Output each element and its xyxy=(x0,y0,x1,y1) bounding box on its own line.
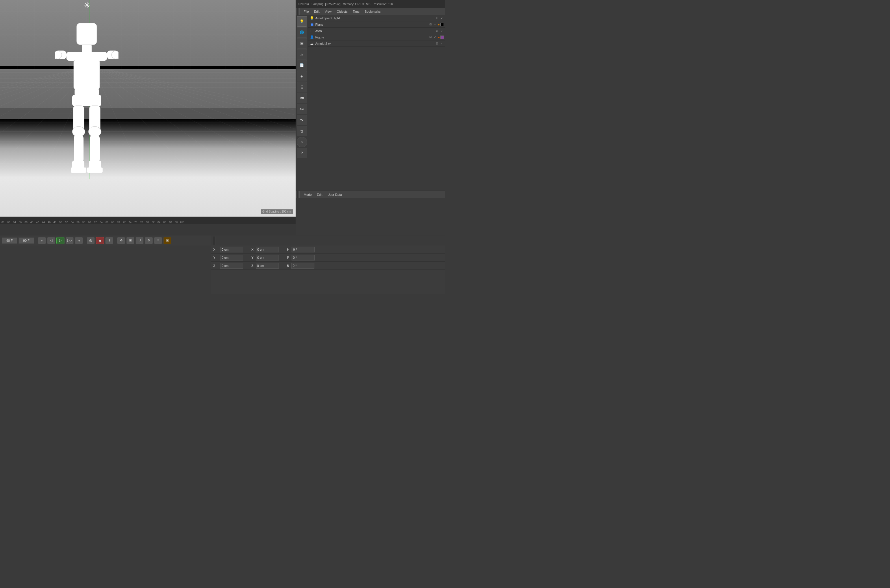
coord-h-label: H xyxy=(287,248,289,251)
tool-shape[interactable]: △ xyxy=(297,49,307,60)
tool-help[interactable]: ? xyxy=(297,148,307,158)
ruler-tick-70: 70 xyxy=(116,220,121,224)
props-userdata[interactable]: User Data xyxy=(325,192,344,197)
coord-x-val[interactable]: 0 cm xyxy=(220,247,243,252)
transport-pivot[interactable]: P xyxy=(145,237,153,244)
ruler-tick-38: 38 xyxy=(23,220,29,224)
scene-item-arnold-sky[interactable]: ☁ Arnold Sky ☑ ✓ xyxy=(308,40,445,47)
viewport: ✳ xyxy=(0,0,296,217)
tool-dots[interactable]: ⣿ xyxy=(297,82,307,92)
coord-row-x: X 0 cm X 0 cm H 0 ° xyxy=(211,246,445,254)
ruler-tick-86: 86 xyxy=(162,220,168,224)
props-mode[interactable]: Mode xyxy=(301,192,314,197)
scene-item-figure[interactable]: 👤 Figure ☑ ✓ ● xyxy=(308,34,445,40)
svg-rect-5 xyxy=(72,95,101,106)
menu-bookmarks[interactable]: Bookmarks xyxy=(362,9,383,14)
tool-light[interactable]: 💡 xyxy=(297,16,307,27)
svg-rect-2 xyxy=(66,52,107,61)
frame-current-input[interactable] xyxy=(2,237,17,244)
tool-ipr[interactable]: IPR xyxy=(297,93,307,104)
ruler-tick-42: 42 xyxy=(35,220,41,224)
menu-edit[interactable]: Edit xyxy=(312,9,322,14)
svg-rect-18 xyxy=(71,168,86,173)
svg-rect-1 xyxy=(82,45,92,53)
coord-drag-handle xyxy=(213,237,216,244)
ruler-tick-78: 78 xyxy=(139,220,144,224)
transport-scale[interactable]: ⊞ xyxy=(126,237,134,244)
svg-rect-4 xyxy=(75,89,99,95)
scene-item-plane[interactable]: ▣ Plane ☑ ✓ ● xyxy=(308,21,445,28)
icon-sidebar: 💡 🌐 ▣ △ 📄 ◈ ⣿ IPR Ass Tx 🗑 ○ ? xyxy=(296,15,308,217)
ruler-tick-72: 72 xyxy=(121,220,127,224)
scene-checks-plane: ☑ ✓ ● xyxy=(428,22,444,27)
svg-point-20 xyxy=(89,126,101,137)
transport-record[interactable]: ⏺ xyxy=(96,237,104,244)
ruler-tick-88: 88 xyxy=(168,220,173,224)
coord-z-val[interactable]: 0 cm xyxy=(220,263,243,268)
drag-handle xyxy=(297,8,300,15)
transport-rotate[interactable]: ↺ xyxy=(135,237,144,244)
transport-play[interactable]: ▷ xyxy=(56,237,65,244)
transport-go-end[interactable]: ⏭ xyxy=(75,237,83,244)
tool-trash[interactable]: 🗑 xyxy=(297,126,307,136)
coord-h-val[interactable]: 0 ° xyxy=(292,247,315,252)
coord-z2-label: Z xyxy=(251,264,253,267)
figure-character xyxy=(55,23,119,179)
scene-icon-sky: ☁ xyxy=(310,41,314,46)
tool-globe[interactable]: 🌐 xyxy=(297,27,307,38)
coord-z2-val[interactable]: 0 cm xyxy=(256,263,279,268)
coord-y2-val[interactable]: 0 cm xyxy=(256,255,279,261)
render-memory: Memory: 1179.09 MB xyxy=(343,3,370,6)
ruler-tick-34: 34 xyxy=(12,220,17,224)
transport-render-view[interactable]: ▣ xyxy=(163,237,171,244)
coord-p-val[interactable]: 0 ° xyxy=(292,255,315,261)
menu-view[interactable]: View xyxy=(322,9,334,14)
scene-name-plane: Plane xyxy=(315,23,427,26)
transport-go-start[interactable]: ⏮ xyxy=(38,237,46,244)
svg-rect-23 xyxy=(87,168,102,173)
coord-top-bar xyxy=(211,235,445,246)
transport-move[interactable]: ✥ xyxy=(117,237,125,244)
right-panel: 00:00:04 Sampling: [3/2/2/2/2/2] Memory:… xyxy=(296,0,445,217)
timeline-content[interactable] xyxy=(0,224,296,235)
scene-item-aton[interactable]: □ Aton ☑ ✓ xyxy=(308,28,445,34)
ruler-tick-62: 62 xyxy=(92,220,98,224)
transport-record-keyframe[interactable]: ⊕ xyxy=(87,237,95,244)
ruler-tick-76: 76 xyxy=(133,220,139,224)
tool-doc[interactable]: 📄 xyxy=(297,60,307,70)
figure-color-swatch xyxy=(440,36,444,39)
render-info-bar: 00:00:04 Sampling: [3/2/2/2/2/2] Memory:… xyxy=(296,0,445,8)
menu-objects[interactable]: Objects xyxy=(334,9,350,14)
scene-icon-figure: 👤 xyxy=(310,35,314,40)
coord-y-val[interactable]: 0 cm xyxy=(220,255,243,261)
scene-item-arnold-point-light[interactable]: 💡 Arnold point_light ☑ ✓ xyxy=(308,15,445,21)
timeline-ruler: 3032343638404244464850525456586062646668… xyxy=(0,217,296,224)
tool-ass[interactable]: Ass xyxy=(297,104,307,114)
ruler-tick-40: 40 xyxy=(29,220,35,224)
coord-x2-val[interactable]: 0 cm xyxy=(256,247,279,252)
tool-layers[interactable]: ◈ xyxy=(297,71,307,81)
tool-tx[interactable]: Tx xyxy=(297,115,307,125)
ruler-tick-30: 30 xyxy=(0,220,6,224)
scene-name-light: Arnold point_light xyxy=(315,16,434,20)
coord-b-val[interactable]: 0 ° xyxy=(291,263,314,268)
menu-file[interactable]: File xyxy=(301,9,311,14)
tool-sphere[interactable]: ○ xyxy=(297,137,307,147)
tool-cube[interactable]: ▣ xyxy=(297,38,307,48)
frame-end-input[interactable] xyxy=(18,237,34,244)
props-edit[interactable]: Edit xyxy=(315,192,325,197)
menu-tags[interactable]: Tags xyxy=(350,9,362,14)
coord-p-label: P xyxy=(287,256,289,260)
coord-z-label: Z xyxy=(213,264,218,267)
transport-next-frame[interactable]: ▷▷ xyxy=(66,237,74,244)
scene-name-aton: Aton xyxy=(315,29,434,33)
scene-list-panel: 💡 Arnold point_light ☑ ✓ ▣ Plane ☑ ✓ ● xyxy=(308,15,445,217)
svg-rect-3 xyxy=(74,60,100,89)
transport-help[interactable]: ? xyxy=(105,237,113,244)
sky-background xyxy=(0,0,296,108)
render-sampling: Sampling: [3/2/2/2/2/2] xyxy=(311,3,340,6)
horizon-band xyxy=(0,66,296,69)
ruler-tick-68: 68 xyxy=(110,220,116,224)
transport-grid[interactable]: ⠿ xyxy=(154,237,162,244)
transport-prev-frame[interactable]: ◁ xyxy=(47,237,55,244)
